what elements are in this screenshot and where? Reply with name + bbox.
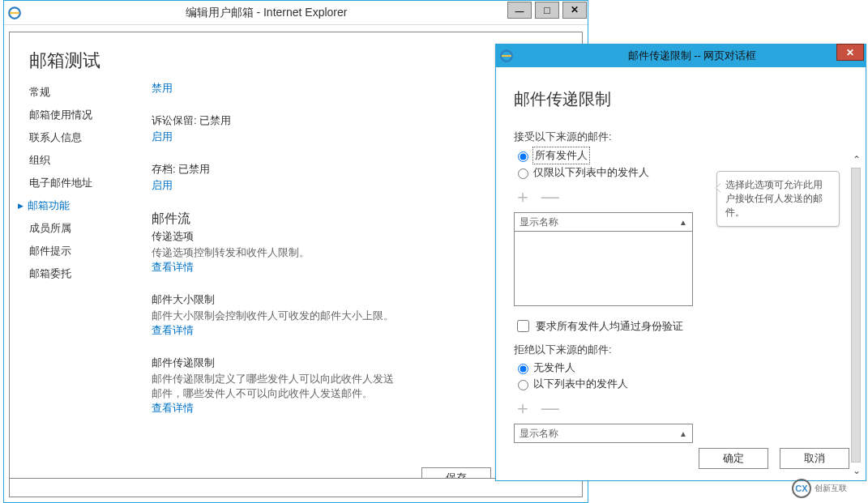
reject-combo-text: 显示名称 (520, 427, 558, 441)
sidebar-nav: 常规 邮箱使用情况 联系人信息 组织 电子邮件地址 邮箱功能 成员所属 邮件提示… (10, 81, 152, 485)
reject-list-radio-row[interactable]: 以下列表中的发件人 (514, 377, 849, 391)
cancel-button[interactable]: 取消 (780, 448, 849, 469)
ok-button[interactable]: 确定 (699, 448, 768, 469)
accept-listbox[interactable] (514, 232, 693, 306)
nav-mailtips[interactable]: 邮件提示 (29, 240, 152, 262)
delivery-link[interactable]: 查看详情 (152, 261, 194, 273)
accept-list-radio[interactable] (518, 168, 528, 179)
reject-none-radio[interactable] (518, 364, 528, 374)
archive-enable-link[interactable]: 启用 (152, 179, 173, 191)
accept-combo-text: 显示名称 (520, 215, 558, 229)
ie-icon (7, 6, 22, 20)
nav-mailbox-features[interactable]: 邮箱功能 (29, 194, 152, 217)
size-link[interactable]: 查看详情 (152, 324, 194, 336)
require-auth-checkbox[interactable] (517, 320, 529, 332)
ie-icon (499, 49, 514, 63)
caret-up-icon: ▲ (679, 429, 687, 438)
restriction-title: 邮件传递限制 (152, 356, 395, 370)
watermark-icon: CX (792, 479, 811, 498)
nav-member[interactable]: 成员所属 (29, 217, 152, 240)
dialog-body: 邮件传递限制 接受以下来源的邮件: 所有发件人 仅限以下列表中的发件人 ＋ — … (496, 67, 866, 480)
reject-combo[interactable]: 显示名称 ▲ (514, 424, 693, 443)
dialog-heading: 邮件传递限制 (514, 88, 849, 110)
reject-list-radio[interactable] (518, 380, 528, 390)
accept-label: 接受以下来源的邮件: (514, 130, 849, 144)
maximize-button[interactable] (535, 2, 559, 19)
delivery-restriction-dialog: 邮件传递限制 -- 网页对话框 邮件传递限制 接受以下来源的邮件: 所有发件人 … (495, 44, 866, 481)
dialog-footer: 确定 取消 (699, 448, 849, 469)
reject-none-radio-row[interactable]: 无发件人 (514, 360, 849, 375)
accept-all-radio[interactable] (518, 151, 528, 162)
watermark-text: 创新互联 (815, 484, 847, 493)
accept-all-text: 所有发件人 (533, 147, 589, 164)
reject-add-icon[interactable]: ＋ (514, 398, 532, 418)
minimize-button[interactable] (507, 2, 532, 19)
restriction-desc: 邮件传递限制定义了哪些发件人可以向此收件人发送邮件，哪些发件人不可以向此收件人发… (152, 372, 395, 401)
close-button[interactable] (562, 2, 587, 19)
nav-delegation[interactable]: 邮箱委托 (29, 262, 152, 285)
dialog-close-button[interactable] (836, 44, 864, 61)
watermark-logo: CX 创新互联 (792, 477, 865, 500)
reject-addremove: ＋ — (514, 396, 849, 420)
caret-up-icon: ▲ (679, 218, 687, 227)
accept-add-icon[interactable]: ＋ (514, 186, 532, 207)
restriction-link[interactable]: 查看详情 (152, 402, 194, 414)
accept-remove-icon[interactable]: — (541, 186, 559, 207)
require-auth-row[interactable]: 要求所有发件人均通过身份验证 (514, 318, 849, 335)
nav-email[interactable]: 电子邮件地址 (29, 172, 152, 194)
tooltip-callout: 选择此选项可允许此用户接收任何人发送的邮件。 (716, 171, 840, 227)
window-buttons (504, 2, 587, 19)
dialog-titlebar[interactable]: 邮件传递限制 -- 网页对话框 (496, 45, 866, 67)
dialog-scrollbar[interactable] (851, 168, 861, 463)
nav-contact[interactable]: 联系人信息 (29, 126, 152, 149)
accept-combo[interactable]: 显示名称 ▲ (514, 212, 693, 232)
accept-list-text: 仅限以下列表中的发件人 (533, 165, 649, 180)
main-titlebar: 编辑用户邮箱 - Internet Explorer (4, 1, 588, 25)
tooltip-text: 选择此选项可允许此用户接收任何人发送的邮件。 (725, 179, 823, 218)
reject-remove-icon[interactable]: — (541, 398, 559, 418)
window-title: 编辑用户邮箱 - Internet Explorer (28, 6, 504, 20)
nav-org[interactable]: 组织 (29, 149, 152, 172)
require-auth-text: 要求所有发件人均通过身份验证 (536, 319, 683, 334)
litigation-enable-link[interactable]: 启用 (152, 130, 173, 143)
reject-label: 拒绝以下来源的邮件: (514, 343, 849, 357)
accept-all-radio-row[interactable]: 所有发件人 (514, 147, 849, 164)
nav-usage[interactable]: 邮箱使用情况 (29, 104, 152, 126)
reject-list-text: 以下列表中的发件人 (533, 377, 628, 391)
dialog-title: 邮件传递限制 -- 网页对话框 (519, 49, 866, 63)
reject-none-text: 无发件人 (533, 360, 575, 375)
nav-general[interactable]: 常规 (29, 81, 152, 104)
disable-link[interactable]: 禁用 (152, 82, 173, 94)
